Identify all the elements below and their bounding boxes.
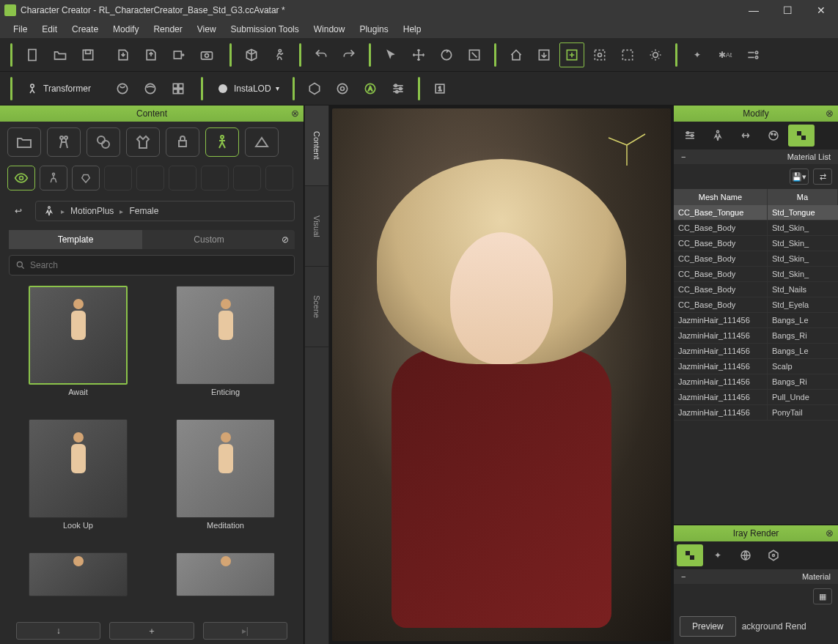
- menu-help[interactable]: Help: [396, 22, 429, 37]
- subcat-empty-2[interactable]: [136, 166, 164, 190]
- instalod-button[interactable]: InstaLOD ▾: [209, 76, 287, 101]
- new-file-icon[interactable]: [20, 42, 45, 67]
- thumb-6[interactable]: [163, 552, 287, 613]
- swap-icon[interactable]: ⇄: [813, 169, 832, 185]
- modify-tab-sliders[interactable]: [677, 125, 703, 147]
- maximize-button[interactable]: ☐: [771, 0, 804, 21]
- vtab-content[interactable]: Content: [305, 106, 328, 186]
- subcat-empty-5[interactable]: [233, 166, 261, 190]
- breadcrumb-level1[interactable]: MotionPlus: [70, 206, 114, 216]
- save-file-icon[interactable]: [76, 42, 100, 67]
- menu-file[interactable]: File: [6, 22, 34, 37]
- category-accessory[interactable]: [166, 127, 199, 157]
- modify-close-icon[interactable]: ⊗: [823, 107, 835, 119]
- breadcrumb-path[interactable]: ▸ MotionPlus ▸ Female: [35, 201, 295, 221]
- import-icon[interactable]: [139, 42, 163, 67]
- menu-plugins[interactable]: Plugins: [352, 22, 395, 37]
- rotate-icon[interactable]: [434, 42, 459, 67]
- thumb-await[interactable]: Await: [16, 286, 140, 413]
- action-apply[interactable]: ▸|: [203, 622, 287, 640]
- material-row[interactable]: CC_Base_BodyStd_Nails: [674, 282, 838, 297]
- subcat-empty-4[interactable]: [201, 166, 229, 190]
- thumb-lookup[interactable]: Look Up: [16, 419, 140, 547]
- sliders-icon[interactable]: [386, 76, 411, 101]
- bounds-icon[interactable]: [615, 42, 640, 67]
- material-row[interactable]: CC_Base_BodyStd_Skin_: [674, 236, 838, 251]
- breadcrumb-level2[interactable]: Female: [129, 206, 158, 216]
- home-icon[interactable]: [504, 42, 529, 67]
- col-material[interactable]: Ma: [768, 189, 838, 205]
- material-row[interactable]: JazminHair_111456Bangs_Ri: [674, 374, 838, 390]
- poly3-icon[interactable]: A: [358, 76, 383, 101]
- tab-custom[interactable]: Custom: [142, 230, 276, 249]
- material-row[interactable]: JazminHair_111456PonyTail: [674, 405, 838, 421]
- settings-icon[interactable]: [740, 42, 765, 67]
- run-icon[interactable]: [267, 42, 292, 67]
- open-file-icon[interactable]: [48, 42, 73, 67]
- col-mesh-name[interactable]: Mesh Name: [674, 189, 768, 205]
- action-download[interactable]: ↓: [16, 622, 100, 640]
- menu-window[interactable]: Window: [306, 22, 353, 37]
- move-icon[interactable]: [406, 42, 431, 67]
- effect2-icon[interactable]: ✱At: [713, 42, 738, 67]
- iray-texture-icon[interactable]: ▦: [813, 588, 832, 604]
- modules-icon[interactable]: [166, 76, 191, 101]
- thumb-5[interactable]: [16, 552, 140, 613]
- vtab-visual[interactable]: Visual: [305, 186, 328, 267]
- menu-view[interactable]: View: [190, 22, 224, 37]
- category-cloth[interactable]: [126, 127, 160, 157]
- subcat-preview[interactable]: [7, 166, 35, 190]
- category-folder[interactable]: [7, 127, 41, 157]
- category-avatar[interactable]: [47, 127, 81, 157]
- action-add[interactable]: ＋: [109, 622, 194, 640]
- material-row[interactable]: CC_Base_BodyStd_Skin_: [674, 267, 838, 282]
- menu-modify[interactable]: Modify: [106, 22, 146, 37]
- modify-tab-motion[interactable]: [705, 125, 731, 147]
- select-icon[interactable]: [378, 42, 403, 67]
- material-row[interactable]: CC_Base_TongueStd_Tongue: [674, 205, 838, 221]
- minimize-button[interactable]: —: [737, 0, 771, 21]
- send-icon[interactable]: [166, 42, 191, 67]
- poly1-icon[interactable]: [302, 76, 327, 101]
- iray-material-header[interactable]: − Material: [674, 569, 838, 584]
- menu-edit[interactable]: Edit: [34, 22, 65, 37]
- material-list-header[interactable]: − Material List: [674, 149, 838, 164]
- iray-close-icon[interactable]: ⊗: [823, 527, 835, 538]
- iray-collapse-icon[interactable]: −: [681, 572, 686, 581]
- menu-create[interactable]: Create: [65, 22, 106, 37]
- 3d-viewport[interactable]: [332, 108, 671, 641]
- category-stage[interactable]: [245, 127, 279, 157]
- morph2-icon[interactable]: [138, 76, 163, 101]
- modify-tab-paint[interactable]: [760, 125, 787, 147]
- transformer-button[interactable]: Transformer: [18, 76, 98, 101]
- thumb-enticing[interactable]: Enticing: [163, 286, 287, 413]
- material-row[interactable]: JazminHair_111456Pull_Unde: [674, 390, 838, 405]
- subcat-pose[interactable]: [40, 166, 67, 190]
- material-row[interactable]: JazminHair_111456Bangs_Ri: [674, 328, 838, 344]
- modify-tab-physics[interactable]: [732, 125, 759, 147]
- frame-icon[interactable]: [532, 42, 556, 67]
- breadcrumb-back[interactable]: ↩: [9, 201, 28, 221]
- material-row[interactable]: CC_Base_BodyStd_Skin_: [674, 221, 838, 236]
- frame-number-icon[interactable]: 1: [427, 76, 452, 101]
- material-row[interactable]: JazminHair_111456Bangs_Le: [674, 313, 838, 328]
- content-close-icon[interactable]: ⊗: [289, 107, 301, 119]
- material-row[interactable]: CC_Base_BodyStd_Eyela: [674, 297, 838, 313]
- save-preset-icon[interactable]: 💾▾: [790, 169, 809, 185]
- region-icon[interactable]: [587, 42, 612, 67]
- material-row[interactable]: CC_Base_BodyStd_Skin_: [674, 251, 838, 267]
- material-row[interactable]: JazminHair_111456Scalp: [674, 359, 838, 374]
- iray-tab-checker[interactable]: [677, 544, 703, 566]
- morph1-icon[interactable]: [110, 76, 135, 101]
- frame-all-icon[interactable]: [559, 42, 584, 67]
- tab-expand-icon[interactable]: ⊘: [276, 230, 295, 249]
- tab-template[interactable]: Template: [9, 230, 142, 249]
- undo-icon[interactable]: [309, 42, 334, 67]
- vtab-scene[interactable]: Scene: [305, 267, 328, 347]
- iray-tab-brush[interactable]: ✦: [705, 544, 731, 566]
- subcat-expression[interactable]: [72, 166, 100, 190]
- preview-button[interactable]: Preview: [680, 616, 736, 637]
- material-row[interactable]: JazminHair_111456Bangs_Le: [674, 344, 838, 359]
- subcat-empty-6[interactable]: [265, 166, 293, 190]
- light-icon[interactable]: [643, 42, 668, 67]
